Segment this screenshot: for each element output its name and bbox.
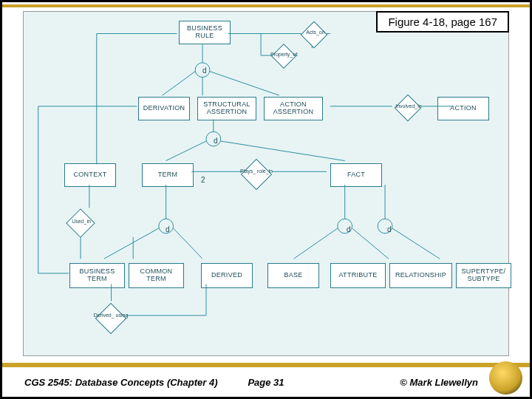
label-used-in: Used_in (63, 219, 100, 224)
label-two: 2 (201, 176, 205, 184)
disjoint-5: d (387, 225, 392, 233)
disjoint-3: d (166, 225, 170, 233)
svg-line-32 (392, 228, 440, 259)
svg-line-5 (163, 72, 195, 95)
footer-course: CGS 2545: Database Concepts (Chapter 4) (24, 377, 218, 388)
disjoint-4: d (347, 225, 351, 233)
ucf-logo-icon (489, 361, 522, 395)
footer-copyright: © Mark Llewellyn (400, 377, 478, 388)
label-plays-role: Plays_ role_in (238, 168, 275, 174)
figure-label: Figure 4-18, page 167 (376, 11, 509, 33)
label-acts-on: Acts_on (297, 30, 334, 35)
er-diagram: BUSINESS RULE Acts_on Property_of d DERI… (23, 11, 509, 356)
disjoint-2: d (214, 137, 218, 145)
svg-line-14 (166, 141, 206, 161)
connector-lines (24, 12, 508, 355)
label-property-of: Property_of (265, 52, 302, 57)
decorative-band-top (2, 4, 530, 7)
svg-line-15 (221, 141, 345, 161)
svg-line-28 (294, 228, 338, 259)
svg-line-23 (104, 228, 159, 259)
disjoint-1: d (202, 66, 207, 75)
svg-line-24 (174, 228, 203, 259)
label-involved-in: Involved_in (390, 103, 427, 109)
slide-frame: Figure 4-18, page 167 (0, 0, 532, 399)
slide-footer: CGS 2545: Database Concepts (Chapter 4) … (2, 367, 530, 397)
svg-line-6 (210, 72, 279, 95)
label-derived-using: Derived_ using (92, 313, 129, 318)
